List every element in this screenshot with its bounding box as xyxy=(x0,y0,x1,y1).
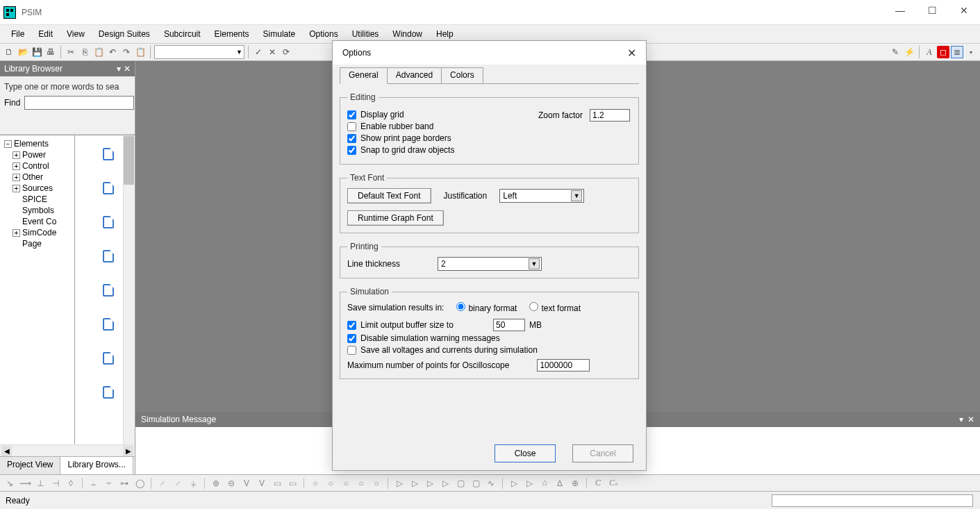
save-icon[interactable]: 💾 xyxy=(31,46,43,58)
tab-library-browser[interactable]: Library Brows... xyxy=(60,457,133,474)
scroll-right-icon[interactable]: ▶ xyxy=(123,446,133,456)
undo-icon[interactable]: ↶ xyxy=(106,46,119,58)
minimize-button[interactable]: — xyxy=(884,0,916,21)
doc-icon[interactable] xyxy=(103,386,114,399)
x-icon[interactable]: ✕ xyxy=(266,46,279,58)
doc-icon[interactable] xyxy=(103,216,114,228)
tree-item[interactable]: SPICE xyxy=(22,194,47,204)
component-icon[interactable]: ○ xyxy=(340,478,351,489)
menu-simulate[interactable]: Simulate xyxy=(256,26,303,42)
menu-elements[interactable]: Elements xyxy=(208,26,256,42)
component-icon[interactable]: ⟿ xyxy=(19,478,31,489)
component-icon[interactable]: ⊣ xyxy=(50,478,61,489)
component-icon[interactable]: ☆ xyxy=(539,478,550,489)
component-icon[interactable]: ∆ xyxy=(554,478,565,489)
tool-icon[interactable]: ✎ xyxy=(889,46,902,58)
component-icon[interactable]: ▷ xyxy=(440,478,451,489)
component-icon[interactable]: ◯ xyxy=(134,478,145,489)
check-icon[interactable]: ✓ xyxy=(252,46,265,58)
doc-icon[interactable] xyxy=(103,284,114,297)
tree-item[interactable]: Sources xyxy=(22,183,53,193)
component-icon[interactable]: ⫠ xyxy=(88,478,99,489)
component-icon[interactable]: ⟋ xyxy=(172,478,183,489)
text-icon[interactable]: A xyxy=(923,46,936,58)
doc-icon[interactable] xyxy=(103,182,114,194)
clipboard-icon[interactable]: 📋 xyxy=(134,46,147,58)
scrollbar[interactable] xyxy=(123,135,135,444)
find-input[interactable] xyxy=(24,96,134,110)
expand-icon[interactable]: − xyxy=(4,140,12,148)
component-icon[interactable]: ○ xyxy=(325,478,336,489)
expand-icon[interactable]: + xyxy=(13,162,20,170)
close-panel-icon[interactable]: ✕ xyxy=(967,415,974,424)
component-icon[interactable]: ▢ xyxy=(470,478,481,489)
component-icon[interactable]: ⊖ xyxy=(226,478,237,489)
menu-edit[interactable]: Edit xyxy=(31,26,60,42)
line-thickness-select[interactable]: 2 ▼ xyxy=(438,257,542,271)
disable-warn-checkbox[interactable] xyxy=(347,334,356,343)
tree-item[interactable]: Page xyxy=(22,239,42,249)
display-grid-checkbox[interactable] xyxy=(347,110,356,119)
menu-help[interactable]: Help xyxy=(429,26,460,42)
component-icon[interactable]: ⏚ xyxy=(188,478,199,489)
tab-project-view[interactable]: Project View xyxy=(0,457,60,474)
component-icon[interactable]: C xyxy=(592,478,604,489)
component-icon[interactable]: ○ xyxy=(310,478,321,489)
expand-icon[interactable]: + xyxy=(13,229,20,237)
menu-subcircuit[interactable]: Subcircuit xyxy=(157,26,208,42)
toolbar-combo[interactable]: ▼ xyxy=(154,45,244,59)
save-all-checkbox[interactable] xyxy=(347,346,356,355)
tab-advanced[interactable]: Advanced xyxy=(387,67,442,84)
component-icon[interactable]: ↘ xyxy=(4,478,15,489)
new-file-icon[interactable]: 🗋 xyxy=(3,46,15,58)
expand-icon[interactable]: + xyxy=(13,185,20,192)
copy-icon[interactable]: ⎘ xyxy=(78,46,91,58)
component-icon[interactable]: ○ xyxy=(371,478,382,489)
doc-icon[interactable] xyxy=(103,318,114,331)
open-file-icon[interactable]: 📂 xyxy=(17,46,29,58)
menu-options[interactable]: Options xyxy=(302,26,344,42)
component-icon[interactable]: V xyxy=(241,478,252,489)
doc-icon[interactable] xyxy=(103,148,114,160)
binary-format-radio[interactable]: binary format xyxy=(456,302,517,313)
component-icon[interactable]: ▷ xyxy=(424,478,435,489)
component-icon[interactable]: ▢ xyxy=(455,478,466,489)
limit-buffer-checkbox[interactable] xyxy=(347,321,356,330)
layers-icon[interactable]: ≣ xyxy=(951,46,963,58)
component-icon[interactable]: ▷ xyxy=(508,478,520,489)
tab-colors[interactable]: Colors xyxy=(441,67,483,84)
cut-icon[interactable]: ✂ xyxy=(65,46,77,58)
component-icon[interactable]: ⊕ xyxy=(210,478,222,489)
close-button[interactable]: Close xyxy=(495,444,556,462)
tree-view[interactable]: −Elements +Power +Control +Other +Source… xyxy=(0,135,75,444)
close-panel-icon[interactable]: ✕ xyxy=(124,64,131,74)
doc-icon[interactable] xyxy=(103,352,114,365)
component-icon[interactable]: ▭ xyxy=(287,478,298,489)
tree-item[interactable]: Control xyxy=(22,161,49,171)
doc-icon[interactable] xyxy=(103,250,114,262)
dropdown-icon[interactable]: ▾ xyxy=(965,46,977,58)
menu-file[interactable]: File xyxy=(4,26,31,42)
component-icon[interactable]: ⊶ xyxy=(119,478,130,489)
component-icon[interactable]: ⫟ xyxy=(103,478,115,489)
pin-icon[interactable]: ▾ xyxy=(117,64,121,74)
component-icon[interactable]: ∿ xyxy=(485,478,497,489)
paste-icon[interactable]: 📋 xyxy=(92,46,105,58)
tree-root[interactable]: Elements xyxy=(14,139,49,149)
component-icon[interactable]: ▷ xyxy=(524,478,535,489)
dropdown-icon[interactable]: ▼ xyxy=(571,190,582,201)
dialog-close-icon[interactable]: ✕ xyxy=(627,47,636,60)
expand-icon[interactable]: + xyxy=(13,174,20,181)
menu-view[interactable]: View xyxy=(60,26,92,42)
horizontal-scrollbar[interactable]: ◀ ▶ xyxy=(0,444,135,456)
component-icon[interactable]: ⟋ xyxy=(157,478,168,489)
component-icon[interactable]: ▷ xyxy=(409,478,420,489)
tool-icon[interactable]: ⚡ xyxy=(903,46,915,58)
component-icon[interactable]: ⊕ xyxy=(570,478,581,489)
menu-design-suites[interactable]: Design Suites xyxy=(92,26,157,42)
component-icon[interactable]: V xyxy=(256,478,267,489)
justification-select[interactable]: Left ▼ xyxy=(499,189,584,203)
runtime-graph-font-button[interactable]: Runtime Graph Font xyxy=(347,210,444,226)
tree-item[interactable]: Other xyxy=(22,172,43,182)
tab-general[interactable]: General xyxy=(340,67,388,84)
